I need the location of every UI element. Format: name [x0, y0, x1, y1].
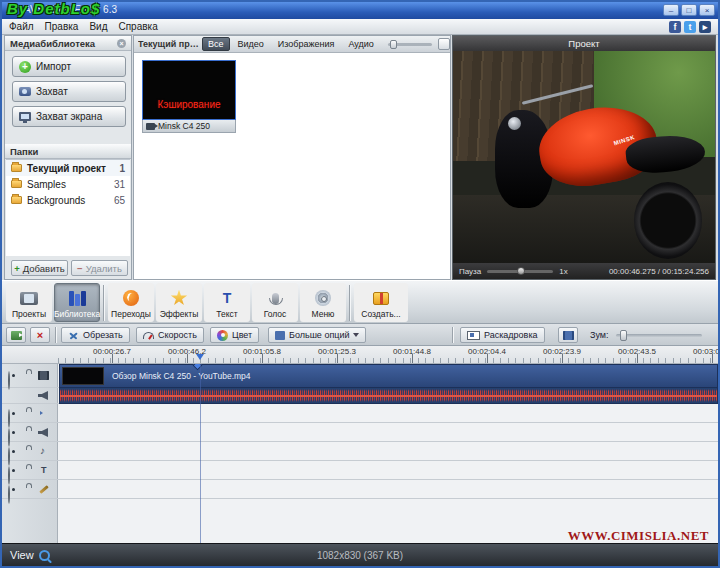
delete-clip-button[interactable]: × [30, 327, 50, 343]
close-icon[interactable]: × [117, 39, 126, 48]
mode-toolbar: Проекты Библиотека Переходы Эффекты T Те… [2, 280, 718, 324]
effects-icon [171, 290, 188, 307]
tab-images[interactable]: Изображения [272, 37, 341, 51]
clip-thumbnail [62, 367, 104, 385]
add-folder-button[interactable]: + Добавить [11, 260, 68, 276]
folder-row-backgrounds[interactable]: Backgrounds 65 [6, 192, 130, 208]
slider-handle[interactable] [390, 40, 397, 49]
zoom-slider[interactable] [616, 334, 702, 337]
timeline-clip[interactable]: Обзор Minsk C4 250 - YouTube.mp4 [59, 364, 718, 404]
media-item[interactable]: Кэширование Minsk C4 250 [142, 60, 236, 133]
remove-folder-button[interactable]: − Удалить [71, 260, 128, 276]
folder-icon [11, 180, 22, 188]
create-disc-icon [373, 292, 389, 305]
disc-icon [315, 290, 331, 306]
track-music[interactable]: ♪ [2, 442, 718, 461]
menu-edit[interactable]: Правка [45, 21, 79, 32]
options-icon [275, 331, 285, 340]
zoom-slider-handle[interactable] [620, 330, 627, 341]
watermark-top: By DetbLo$ [7, 0, 100, 17]
photo-bike-headlight [508, 117, 521, 130]
capture-button[interactable]: Захват [12, 81, 126, 102]
tab-all[interactable]: Все [202, 37, 230, 51]
insert-to-timeline-button[interactable] [6, 327, 26, 343]
track-audio-1[interactable] [2, 423, 718, 442]
storyboard-toggle-button[interactable]: Раскадровка [460, 327, 545, 343]
timeline-toolbar: × Обрезать Скорость Цвет Больше опций Ра… [2, 324, 718, 346]
youtube-icon[interactable]: ▸ [699, 21, 711, 33]
tab-video[interactable]: Видео [232, 37, 270, 51]
menubar: Файл Правка Вид Справка f t ▸ [2, 19, 718, 35]
ruler-label: 00:01:44.8 [393, 347, 431, 356]
mode-voice-button[interactable]: Голос [252, 283, 298, 322]
folder-row-current-project[interactable]: Текущий проект 1 [6, 160, 130, 176]
close-button[interactable]: × [699, 4, 715, 16]
timeline-view-button[interactable] [558, 327, 578, 343]
minimize-button[interactable]: – [663, 4, 679, 16]
pen-track-icon [39, 485, 49, 494]
clip-video-part[interactable]: Обзор Minsk C4 250 - YouTube.mp4 [59, 364, 718, 388]
more-options-button[interactable]: Больше опций [268, 327, 366, 343]
magnifier-icon[interactable] [39, 550, 50, 561]
view-mode-button[interactable] [438, 38, 450, 50]
menu-view[interactable]: Вид [89, 21, 107, 32]
playhead-line[interactable] [200, 364, 201, 543]
tab-audio[interactable]: Аудио [342, 37, 379, 51]
app-window: AVS Video Editor 6.3 By DetbLo$ – □ × Фа… [0, 0, 720, 568]
menu-help[interactable]: Справка [118, 21, 157, 32]
track-video-overlay[interactable] [2, 404, 718, 423]
text-icon: T [223, 290, 232, 306]
media-library-panel: Медиабиблиотека × Импорт Захват Захват э… [4, 35, 132, 280]
view-control[interactable]: View [10, 549, 50, 561]
folder-count: 1 [119, 163, 125, 174]
folder-icon [11, 196, 22, 204]
track-text[interactable]: T [2, 461, 718, 480]
toolbar-separator [452, 327, 453, 343]
speed-slider-handle[interactable] [517, 267, 525, 275]
clip-audio-part[interactable] [59, 388, 718, 404]
menu-file[interactable]: Файл [9, 21, 34, 32]
speed-button[interactable]: Скорость [136, 327, 204, 343]
mode-menu-button[interactable]: Меню [300, 283, 346, 322]
timeline-area[interactable]: ♪ T Обзор Minsk C4 250 - YouTube.mp4 [2, 364, 718, 543]
preview-controls: Пауза 1x 00:00:46.275 / 00:15:24.256 [453, 263, 715, 279]
eye-icon[interactable] [8, 485, 10, 504]
ruler-label: 00:02:04.4 [468, 347, 506, 356]
library-content-panel: Текущий проект Все Видео Изображения Ауд… [133, 35, 451, 280]
screen-capture-button[interactable]: Захват экрана [12, 106, 126, 127]
mode-create-button[interactable]: Создать... [354, 283, 408, 322]
film-track-icon [38, 371, 49, 380]
playhead-marker[interactable] [196, 354, 204, 364]
maximize-button[interactable]: □ [681, 4, 697, 16]
titlebar[interactable]: AVS Video Editor 6.3 By DetbLo$ – □ × [2, 2, 718, 19]
mode-library-button[interactable]: Библиотека [54, 283, 100, 322]
folder-icon [11, 164, 22, 172]
facebook-icon[interactable]: f [669, 21, 681, 33]
timeline-ruler[interactable]: 00:00:26.7 00:00:46.2 00:01:05.8 00:01:2… [2, 346, 718, 364]
color-button[interactable]: Цвет [210, 327, 259, 343]
thumbnail-size-slider[interactable] [388, 43, 432, 46]
media-thumbnail[interactable]: Кэширование [142, 60, 236, 120]
transitions-icon [123, 290, 139, 306]
watermark-bottom: WWW.CIMISLIA.NET [568, 528, 709, 544]
speed-slider[interactable] [487, 270, 553, 273]
folder-count: 65 [114, 195, 125, 206]
twitter-icon[interactable]: t [684, 21, 696, 33]
mode-projects-button[interactable]: Проекты [6, 283, 52, 322]
mode-transitions-button[interactable]: Переходы [108, 283, 154, 322]
track-voice[interactable] [2, 480, 718, 499]
palette-icon [217, 330, 228, 341]
filmstrip-icon [563, 331, 574, 340]
library-icon [69, 291, 86, 306]
mode-text-button[interactable]: T Текст [204, 283, 250, 322]
mode-effects-button[interactable]: Эффекты [156, 283, 202, 322]
capture-icon [19, 87, 31, 96]
caching-label: Кэширование [143, 99, 235, 110]
trim-button[interactable]: Обрезать [61, 327, 130, 343]
media-library-header: Медиабиблиотека × [5, 36, 131, 51]
preview-screen[interactable]: MINSK [453, 51, 715, 263]
playback-rate: 1x [559, 267, 567, 276]
toolbar-separator [55, 327, 56, 343]
import-button[interactable]: Импорт [12, 56, 126, 77]
folder-row-samples[interactable]: Samples 31 [6, 176, 130, 192]
